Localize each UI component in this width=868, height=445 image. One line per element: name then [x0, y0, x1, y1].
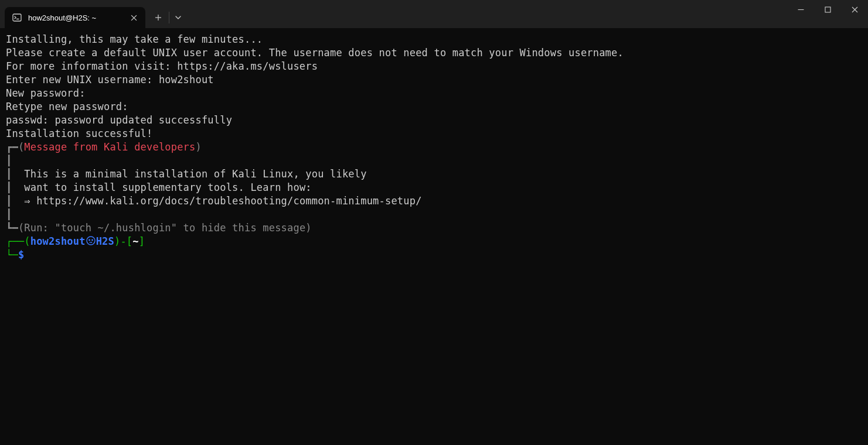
- paren: (: [18, 222, 24, 234]
- minimize-icon: [798, 6, 804, 13]
- tab-strip: how2shout@H2S: ~: [0, 0, 187, 28]
- output-line: For more information visit: https://aka.…: [6, 60, 318, 72]
- prompt-dash: -: [120, 235, 126, 247]
- paren: (: [18, 141, 24, 153]
- box-border: ┏━: [6, 141, 18, 153]
- skull-icon: [86, 235, 96, 246]
- plus-icon: [155, 14, 162, 21]
- output-line: Please create a default UNIX user accoun…: [6, 47, 624, 59]
- message-body: ⇒ https://www.kali.org/docs/troubleshoot…: [12, 195, 421, 207]
- maximize-icon: [825, 6, 831, 13]
- minimize-button[interactable]: [787, 0, 814, 19]
- box-border: ┃: [6, 168, 12, 180]
- prompt-path: ~: [132, 235, 138, 247]
- maximize-button[interactable]: [814, 0, 841, 19]
- prompt-user: how2shout: [30, 235, 86, 247]
- tab-title: how2shout@H2S: ~: [28, 13, 122, 22]
- output-line: passwd: password updated successfully: [6, 114, 232, 126]
- tab-dropdown-button[interactable]: [169, 7, 187, 28]
- box-border: ┃: [6, 208, 12, 220]
- prompt-decor: └─: [6, 249, 18, 261]
- output-line: Installation successful!: [6, 128, 152, 139]
- close-icon: [131, 15, 137, 21]
- prompt-host: H2S: [96, 235, 114, 247]
- terminal-output[interactable]: Installing, this may take a few minutes.…: [0, 28, 868, 445]
- svg-rect-0: [13, 14, 21, 21]
- window-controls: [787, 0, 868, 28]
- bracket: ]: [139, 235, 145, 247]
- svg-rect-7: [825, 7, 830, 12]
- new-tab-button[interactable]: [148, 7, 169, 28]
- message-body: want to install supplementary tools. Lea…: [12, 182, 311, 193]
- svg-point-12: [91, 239, 93, 241]
- titlebar: how2shout@H2S: ~: [0, 0, 868, 28]
- svg-point-11: [88, 239, 90, 241]
- terminal-icon: [12, 12, 22, 23]
- tab-active[interactable]: how2shout@H2S: ~: [5, 7, 145, 28]
- paren: (: [24, 235, 30, 247]
- output-line: Enter new UNIX username:: [6, 74, 159, 85]
- message-header: Message from Kali developers: [24, 141, 195, 153]
- paren: ): [114, 235, 120, 247]
- box-border: ┃: [6, 182, 12, 193]
- output-line: Installing, this may take a few minutes.…: [6, 33, 263, 45]
- hush-hint: Run: "touch ~/.hushlogin" to hide this m…: [24, 222, 305, 234]
- svg-rect-13: [90, 242, 90, 243]
- close-icon: [852, 6, 858, 13]
- box-border: ┃: [6, 195, 12, 207]
- output-line: New password:: [6, 87, 86, 99]
- close-window-button[interactable]: [841, 0, 868, 19]
- bracket: [: [127, 235, 132, 247]
- tab-actions: [148, 7, 187, 28]
- prompt-dollar: $: [18, 249, 24, 261]
- chevron-down-icon: [175, 16, 181, 19]
- paren: ): [305, 222, 311, 234]
- svg-rect-14: [90, 242, 91, 243]
- box-border: ┗━: [6, 222, 18, 234]
- box-border: ┃: [6, 155, 12, 166]
- entered-username: how2shout: [159, 74, 214, 85]
- paren: ): [196, 141, 202, 153]
- tab-close-button[interactable]: [128, 12, 139, 23]
- svg-point-10: [87, 237, 95, 245]
- output-line: Retype new password:: [6, 101, 128, 112]
- prompt-decor: ┌──: [6, 235, 24, 247]
- message-body: This is a minimal installation of Kali L…: [12, 168, 366, 180]
- svg-rect-15: [91, 242, 92, 243]
